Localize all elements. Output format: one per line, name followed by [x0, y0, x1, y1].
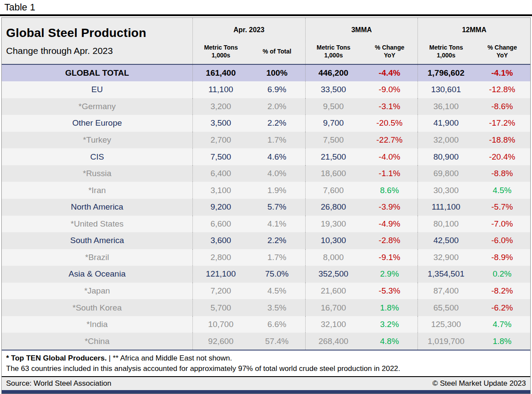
- table-cell: -2.8%: [361, 232, 418, 249]
- group-label: 3MMA: [306, 18, 418, 39]
- table-cell: -12.8%: [474, 81, 530, 98]
- table-cell: 2.0%: [249, 98, 305, 115]
- table-cell: 32,000: [418, 132, 474, 149]
- chart-subtitle: Change through Apr. 2023: [6, 46, 192, 56]
- table-cell: 4.1%: [249, 216, 305, 233]
- table-row: CIS 7,5004.6%21,500-4.0%80,900-20.4%: [2, 148, 530, 165]
- table-cell: -8.6%: [474, 98, 530, 115]
- row-label: *Germany: [2, 98, 192, 115]
- table-cell: -7.0%: [474, 216, 530, 233]
- table-row: South America 3,6002.2%10,300-2.8%42,500…: [2, 232, 530, 249]
- table-row: *India 10,7006.6%32,1003.2%125,3004.7%: [2, 316, 530, 333]
- row-label: *South Korea: [2, 299, 192, 316]
- row-label: *India: [2, 316, 192, 333]
- table-cell: 30,300: [418, 182, 474, 199]
- row-label: Other Europe: [2, 115, 192, 132]
- table-cell: 1.7%: [249, 132, 305, 149]
- table-cell: -6.2%: [474, 299, 530, 316]
- table-cell: 1,354,501: [418, 266, 474, 283]
- table-cell: -9.0%: [361, 81, 418, 98]
- table-cell: 0.2%: [474, 266, 530, 283]
- row-label: CIS: [2, 148, 192, 165]
- table-cell: 4.5%: [474, 182, 530, 199]
- table-cell: 10,300: [305, 232, 361, 249]
- note-1-bold: * Top TEN Global Producers.: [6, 354, 107, 362]
- table-cell: 130,601: [418, 81, 474, 98]
- group-label: 12MMA: [418, 18, 530, 39]
- table-cell: 3,500: [192, 115, 249, 132]
- table-row: *Brazil 2,8001.7%8,000-9.1%32,900-8.9%: [2, 249, 530, 266]
- table-cell: -3.9%: [361, 199, 418, 216]
- table-body: GLOBAL TOTAL 161,400100%446,200-4.4%1,79…: [2, 65, 530, 350]
- table-cell: 33,500: [305, 81, 361, 98]
- table-cell: 3,100: [192, 182, 249, 199]
- note-line-1: * Top TEN Global Producers. | ** Africa …: [6, 353, 530, 364]
- table-cell: 32,900: [418, 249, 474, 266]
- table-cell: 5.7%: [249, 199, 305, 216]
- table-cell: 6,600: [192, 216, 249, 233]
- table-cell: -17.2%: [474, 115, 530, 132]
- subcol-label-metric-tons: Metric Tons 1,000s: [306, 39, 362, 64]
- table-cell: 7,600: [305, 182, 361, 199]
- table-cell: 2.9%: [361, 266, 418, 283]
- table-cell: 80,900: [418, 148, 474, 165]
- table-row: *Iran 3,1001.9%7,6008.6%30,3004.5%: [2, 182, 530, 199]
- column-group-12mma: 12MMA Metric Tons 1,000s % Change YoY: [418, 18, 530, 64]
- subcol-label-pct-of-total: % of Total: [249, 39, 305, 64]
- table-cell: 446,200: [305, 65, 361, 81]
- table-cell: 8.6%: [361, 182, 418, 199]
- table-cell: 6.9%: [249, 81, 305, 98]
- subcol-label-pct-change: % Change YoY: [474, 39, 530, 64]
- table-cell: 4.8%: [361, 333, 418, 350]
- table-cell: 1,019,700: [418, 333, 474, 350]
- table-cell: 3,600: [192, 232, 249, 249]
- subcol-label-metric-tons: Metric Tons 1,000s: [418, 39, 474, 64]
- table-row: *South Korea 5,7003.5%16,7001.8%65,500-6…: [2, 299, 530, 316]
- table-cell: 87,400: [418, 283, 474, 300]
- table-cell: 2,700: [192, 132, 249, 149]
- table-cell: 9,700: [305, 115, 361, 132]
- table-cell: 4.5%: [249, 283, 305, 300]
- table-cell: 19,300: [305, 216, 361, 233]
- row-label: *Iran: [2, 182, 192, 199]
- table-cell: 11,100: [192, 81, 249, 98]
- table-cell: 69,800: [418, 165, 474, 182]
- row-label: GLOBAL TOTAL: [2, 65, 192, 81]
- row-label: *China: [2, 333, 192, 350]
- table-row: *China 92,60057.4%268,4004.8%1,019,7001.…: [2, 333, 530, 350]
- table-row: *Russia 6,4004.0%18,600-1.1%69,800-8.8%: [2, 165, 530, 182]
- table-cell: -4.0%: [361, 148, 418, 165]
- table-cell: 32,100: [305, 316, 361, 333]
- table-row: *United States 6,6004.1%19,300-4.9%80,10…: [2, 216, 530, 233]
- source-row: Source: World Steel Association © Steel …: [2, 377, 530, 390]
- chart-title: Global Steel Production: [6, 26, 192, 40]
- row-label: *Japan: [2, 283, 192, 300]
- table-row: Other Europe 3,5002.2%9,700-20.5%41,900-…: [2, 115, 530, 132]
- footnotes: * Top TEN Global Producers. | ** Africa …: [2, 351, 530, 376]
- table-cell: 3.2%: [361, 316, 418, 333]
- table-cell: -20.5%: [361, 115, 418, 132]
- table-cell: 41,900: [418, 115, 474, 132]
- table-row: EU 11,1006.9%33,500-9.0%130,601-12.8%: [2, 81, 530, 98]
- table-cell: -20.4%: [474, 148, 530, 165]
- table-cell: 21,600: [305, 283, 361, 300]
- table-cell: 1.8%: [474, 333, 530, 350]
- title-block: Global Steel Production Change through A…: [2, 18, 192, 64]
- row-label: North America: [2, 199, 192, 216]
- table-cell: 4.0%: [249, 165, 305, 182]
- table-cell: -4.1%: [474, 65, 530, 81]
- group-label: Apr. 2023: [193, 18, 305, 39]
- table-label: Table 1: [4, 2, 35, 13]
- column-group-apr2023: Apr. 2023 Metric Tons 1,000s % of Total: [192, 18, 305, 64]
- table-cell: -5.3%: [361, 283, 418, 300]
- table-cell: 21,500: [305, 148, 361, 165]
- table-row: Asia & Oceania 121,10075.0%352,5002.9%1,…: [2, 266, 530, 283]
- row-label: *Brazil: [2, 249, 192, 266]
- row-label: EU: [2, 81, 192, 98]
- table-cell: -18.8%: [474, 132, 530, 149]
- subcol-label-pct-change: % Change YoY: [362, 39, 418, 64]
- table-cell: 26,800: [305, 199, 361, 216]
- table-cell: -4.9%: [361, 216, 418, 233]
- table-cell: 10,700: [192, 316, 249, 333]
- table-cell: 100%: [249, 65, 305, 81]
